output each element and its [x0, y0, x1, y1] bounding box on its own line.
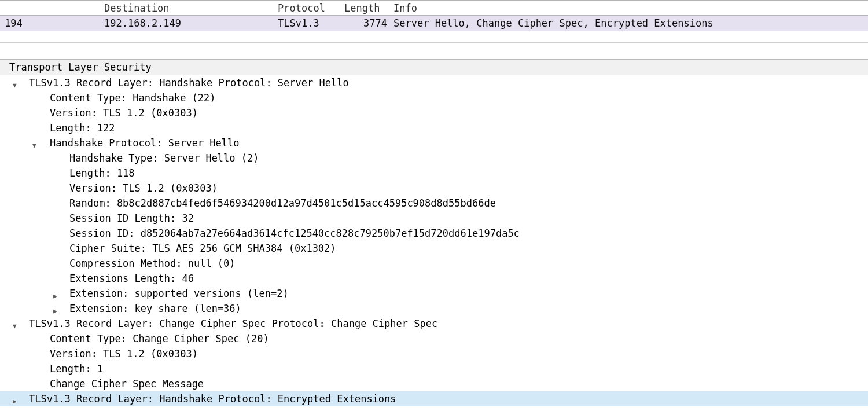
protocol-title[interactable]: Transport Layer Security: [0, 59, 868, 75]
tree-item-content-type[interactable]: Content Type: Handshake (22): [0, 90, 868, 105]
packet-list: Destination Protocol Length Info 194 192…: [0, 0, 868, 43]
tree-item-label: Extensions Length: 46: [69, 271, 194, 286]
packet-row[interactable]: 194 192.168.2.149 TLSv1.3 3774 Server He…: [0, 16, 868, 31]
tree-item-change-cipher-spec-message[interactable]: Change Cipher Spec Message: [0, 376, 868, 391]
cell-destination: 192.168.2.149: [104, 16, 181, 31]
record-layer-server-hello[interactable]: TLSv1.3 Record Layer: Handshake Protocol…: [0, 75, 868, 90]
tree-item-label: Cipher Suite: TLS_AES_256_GCM_SHA384 (0x…: [69, 241, 336, 256]
column-header-protocol[interactable]: Protocol: [278, 1, 325, 16]
tree-item-label: Content Type: Handshake (22): [50, 90, 216, 105]
tree-item-label: Extension: supported_versions (len=2): [69, 286, 289, 301]
tree-item-label: Session ID Length: 32: [69, 211, 194, 226]
chevron-down-icon[interactable]: [13, 78, 21, 86]
chevron-right-icon[interactable]: [53, 303, 61, 311]
column-header-length[interactable]: Length: [344, 1, 380, 16]
tree-item-version[interactable]: Version: TLS 1.2 (0x0303): [0, 346, 868, 361]
cell-no: 194: [5, 16, 23, 31]
tree-item-compression[interactable]: Compression Method: null (0): [0, 256, 868, 271]
tree-item-handshake-type[interactable]: Handshake Type: Server Hello (2): [0, 151, 868, 166]
record-layer-change-cipher-spec[interactable]: TLSv1.3 Record Layer: Change Cipher Spec…: [0, 316, 868, 331]
tree-item-content-type[interactable]: Content Type: Change Cipher Spec (20): [0, 331, 868, 346]
tree-item-label: Change Cipher Spec Message: [50, 376, 204, 391]
handshake-protocol[interactable]: Handshake Protocol: Server Hello: [0, 135, 868, 151]
tree-item-label: TLSv1.3 Record Layer: Change Cipher Spec…: [29, 316, 437, 331]
record-layer-encrypted-extensions[interactable]: TLSv1.3 Record Layer: Handshake Protocol…: [0, 391, 868, 406]
chevron-down-icon[interactable]: [32, 138, 41, 146]
tree-item-label: TLSv1.3 Record Layer: Handshake Protocol…: [29, 75, 349, 90]
tree-item-label: Random: 8b8c2d887cb4fed6f546934200d12a97…: [69, 196, 496, 211]
tree-item-version[interactable]: Version: TLS 1.2 (0x0303): [0, 105, 868, 120]
tree-item-length[interactable]: Length: 1: [0, 361, 868, 376]
tree-item-label: Content Type: Change Cipher Spec (20): [50, 331, 269, 346]
tree-item-session-id[interactable]: Session ID: d852064ab7a27e664ad3614cfc12…: [0, 226, 868, 241]
tree-item-label: Handshake Protocol: Server Hello: [50, 135, 240, 151]
chevron-right-icon[interactable]: [53, 288, 61, 296]
tree-item-random[interactable]: Random: 8b8c2d887cb4fed6f546934200d12a97…: [0, 196, 868, 211]
tree-item-label: Length: 118: [69, 166, 135, 181]
horizontal-scrollbar[interactable]: [0, 31, 868, 43]
tree-item-session-id-length[interactable]: Session ID Length: 32: [0, 211, 868, 226]
tree-item-label: Version: TLS 1.2 (0x0303): [69, 181, 218, 196]
tree-item-label: Version: TLS 1.2 (0x0303): [50, 105, 198, 120]
tree-item-extension-key-share[interactable]: Extension: key_share (len=36): [0, 301, 868, 316]
tree-item-extension-supported-versions[interactable]: Extension: supported_versions (len=2): [0, 286, 868, 301]
tree-item-label: Length: 1: [50, 361, 103, 376]
tree-item-label: Length: 122: [50, 120, 115, 135]
tree-item-cipher-suite[interactable]: Cipher Suite: TLS_AES_256_GCM_SHA384 (0x…: [0, 241, 868, 256]
tree-item-handshake-length[interactable]: Length: 118: [0, 166, 868, 181]
tree-item-handshake-version[interactable]: Version: TLS 1.2 (0x0303): [0, 181, 868, 196]
tree-item-label: Compression Method: null (0): [69, 256, 236, 271]
packet-details: Transport Layer Security TLSv1.3 Record …: [0, 59, 868, 406]
cell-length: 3774: [363, 16, 387, 31]
tree-item-label: TLSv1.3 Record Layer: Handshake Protocol…: [29, 391, 396, 406]
chevron-right-icon[interactable]: [13, 394, 21, 402]
cell-info: Server Hello, Change Cipher Spec, Encryp…: [393, 16, 713, 31]
packet-list-header-row[interactable]: Destination Protocol Length Info: [0, 0, 868, 16]
tree-item-length[interactable]: Length: 122: [0, 120, 868, 135]
cell-protocol: TLSv1.3: [278, 16, 319, 31]
tree-item-label: Extension: key_share (len=36): [69, 301, 241, 316]
column-header-destination[interactable]: Destination: [104, 1, 170, 16]
tree-item-extensions-length[interactable]: Extensions Length: 46: [0, 271, 868, 286]
tree-item-label: Handshake Type: Server Hello (2): [69, 151, 259, 166]
tree-item-label: Session ID: d852064ab7a27e664ad3614cfc12…: [69, 226, 520, 241]
tree-item-label: Version: TLS 1.2 (0x0303): [50, 346, 198, 361]
column-header-info[interactable]: Info: [393, 1, 417, 16]
chevron-down-icon[interactable]: [13, 318, 21, 326]
